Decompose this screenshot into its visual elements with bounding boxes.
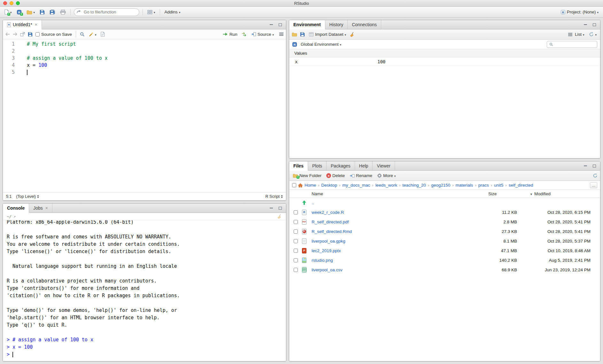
forward-icon[interactable]	[13, 32, 17, 36]
popout-icon[interactable]	[20, 32, 25, 36]
delete-button[interactable]: Delete	[325, 173, 346, 179]
rerun-icon[interactable]	[242, 32, 247, 37]
file-link[interactable]: R_self_directed.pdf	[312, 220, 349, 224]
source-on-save-checkbox[interactable]	[35, 32, 40, 36]
tab-connections[interactable]: Connections	[348, 20, 381, 29]
refresh-icon[interactable]	[593, 173, 598, 178]
column-size[interactable]: Size	[488, 191, 530, 196]
code-line[interactable]: 4x = 100	[3, 62, 286, 69]
file-type-selector[interactable]: R Script	[266, 194, 283, 199]
breadcrumb-item[interactable]: leeds_work	[370, 183, 397, 188]
save-icon[interactable]	[300, 32, 305, 37]
file-select-checkbox[interactable]	[294, 258, 298, 262]
maximize-pane-icon[interactable]	[592, 22, 597, 27]
close-tab-icon[interactable]	[45, 206, 48, 210]
import-dataset-button[interactable]: Import Dataset	[308, 31, 347, 37]
open-file-button[interactable]	[25, 9, 36, 15]
breadcrumb-item[interactable]: self_directed	[503, 183, 533, 188]
save-icon[interactable]	[28, 32, 33, 37]
minimize-pane-icon[interactable]	[583, 22, 588, 27]
source-on-save-toggle[interactable]: Source on Save	[35, 32, 72, 37]
list-view-button[interactable]: List	[567, 31, 585, 37]
tab-history[interactable]: History	[325, 20, 348, 29]
scope-selector[interactable]: (Top Level)	[16, 194, 39, 199]
tab-jobs[interactable]: Jobs	[29, 204, 52, 213]
save-button[interactable]	[38, 9, 46, 15]
file-link[interactable]: lec2_2019.pptx	[312, 248, 341, 253]
project-selector[interactable]: R Project: (None)	[559, 9, 600, 15]
home-icon[interactable]	[298, 183, 303, 188]
breadcrumb-item[interactable]: unit5	[489, 183, 504, 188]
back-icon[interactable]	[5, 32, 10, 36]
source-button[interactable]: Source	[250, 31, 275, 37]
file-link[interactable]: liverpool_oa.gpkg	[312, 239, 345, 244]
console-output[interactable]: Platform: x86_64-apple-darwin15.6.0 (64-…	[3, 220, 286, 361]
breadcrumb-item[interactable]: teaching_20	[397, 183, 426, 188]
code-line[interactable]: 1# My first script	[3, 41, 286, 48]
minimize-pane-icon[interactable]	[269, 22, 274, 27]
print-button[interactable]	[59, 9, 67, 15]
code-editor[interactable]: 1# My first script23# assign a value of …	[3, 39, 286, 192]
environment-search-input[interactable]	[555, 42, 595, 47]
search-icon[interactable]	[80, 32, 85, 37]
tab-packages[interactable]: Packages	[327, 161, 355, 170]
save-all-button[interactable]	[48, 9, 57, 15]
minimize-pane-icon[interactable]	[583, 164, 588, 168]
code-tools-button[interactable]	[88, 31, 98, 37]
goto-directory-icon[interactable]	[13, 214, 16, 219]
minimize-window-icon[interactable]	[10, 1, 13, 5]
file-link[interactable]: liverpool_oa.csv	[312, 267, 343, 272]
column-name[interactable]: Name	[312, 191, 488, 196]
goto-file-input[interactable]	[74, 8, 139, 16]
file-select-checkbox[interactable]	[294, 268, 298, 272]
rename-button[interactable]: Rename	[349, 173, 373, 179]
file-select-checkbox[interactable]	[294, 249, 298, 253]
close-tab-icon[interactable]	[35, 22, 37, 27]
maximize-pane-icon[interactable]	[592, 164, 597, 168]
more-button[interactable]: More	[376, 173, 397, 179]
breadcrumb-item[interactable]: geog2150	[426, 183, 450, 188]
breadcrumb-overflow-button[interactable]: ...	[590, 182, 597, 188]
addins-button[interactable]: Addins	[163, 9, 182, 15]
select-all-checkbox[interactable]	[292, 183, 296, 187]
close-window-icon[interactable]	[3, 1, 7, 5]
zoom-window-icon[interactable]	[16, 1, 20, 5]
tab-untitled1[interactable]: Untitled1*	[3, 20, 42, 29]
refresh-button[interactable]	[588, 31, 598, 37]
maximize-pane-icon[interactable]	[278, 22, 283, 27]
file-select-checkbox[interactable]	[294, 220, 298, 224]
code-line[interactable]: 3# assign a value of 100 to x	[3, 55, 286, 62]
new-file-button[interactable]	[3, 9, 13, 15]
run-button[interactable]: Run	[221, 31, 239, 37]
clear-environment-icon[interactable]	[350, 32, 355, 37]
column-modified[interactable]: Modified	[530, 191, 600, 196]
open-folder-icon[interactable]	[292, 32, 297, 36]
scope-dropdown[interactable]: Global Environment	[299, 41, 343, 47]
file-select-checkbox[interactable]	[294, 239, 298, 243]
file-link[interactable]: week2_r_code.R	[312, 210, 344, 215]
tab-viewer[interactable]: Viewer	[373, 161, 395, 170]
environment-variable-row[interactable]: x 100	[289, 58, 600, 66]
file-select-checkbox[interactable]	[294, 229, 298, 234]
file-select-checkbox[interactable]	[294, 210, 298, 214]
tab-files[interactable]: Files	[289, 161, 308, 171]
breadcrumb-item[interactable]: Home	[305, 183, 316, 188]
file-link[interactable]: rstudio.png	[312, 258, 333, 263]
maximize-pane-icon[interactable]	[278, 206, 283, 210]
tab-console[interactable]: Console	[3, 204, 29, 213]
code-line[interactable]: 5	[3, 69, 286, 76]
new-folder-button[interactable]: New Folder	[292, 173, 322, 179]
new-project-button[interactable]: R	[15, 9, 23, 15]
compile-report-icon[interactable]	[101, 32, 105, 37]
file-link[interactable]: R_self_directed.Rmd	[312, 229, 352, 234]
clear-console-icon[interactable]	[277, 214, 282, 219]
breadcrumb-item[interactable]: materials	[450, 183, 473, 188]
document-outline-icon[interactable]	[279, 34, 283, 35]
tab-help[interactable]: Help	[355, 161, 373, 170]
tab-plots[interactable]: Plots	[308, 161, 327, 170]
code-line[interactable]: 2	[3, 48, 286, 55]
file-link[interactable]: ..	[312, 200, 314, 205]
breadcrumb-item[interactable]: my_docs_mac	[337, 183, 370, 188]
minimize-pane-icon[interactable]	[269, 206, 274, 210]
breadcrumb-item[interactable]: Desktop	[316, 183, 337, 188]
